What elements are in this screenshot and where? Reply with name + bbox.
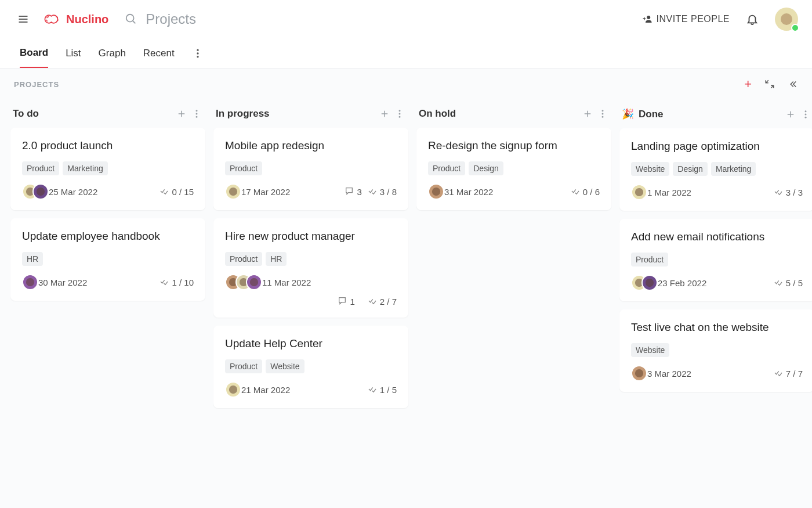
column-more-button[interactable]	[800, 109, 811, 120]
board-card[interactable]: Hire new product managerProductHR11 Mar …	[213, 218, 408, 318]
avatar	[631, 365, 647, 381]
card-date: 23 Feb 2022	[658, 278, 706, 288]
card-date: 30 Mar 2022	[38, 278, 87, 287]
checklist-icon	[774, 278, 783, 289]
svg-point-28	[805, 116, 807, 118]
board-card[interactable]: Update employee handbookHR30 Mar 20221 /…	[10, 218, 205, 301]
tag: Website	[631, 343, 669, 357]
board-card[interactable]: Test live chat on the websiteWebsite3 Ma…	[619, 309, 812, 392]
avatar	[246, 274, 262, 290]
comments-stat: 3	[345, 186, 361, 197]
card-tags: ProductMarketing	[22, 161, 194, 175]
checklist-icon	[160, 186, 169, 197]
tab-graph[interactable]: Graph	[99, 39, 126, 67]
card-date: 1 Mar 2022	[647, 188, 691, 197]
card-footer: 31 Mar 20220 / 6	[428, 183, 600, 200]
board-area: PROJECTS + To do2.0 product launchProduc…	[0, 69, 812, 508]
tab-board[interactable]: Board	[20, 39, 48, 68]
checklist-icon	[571, 186, 580, 197]
tasks-stat: 1 / 5	[368, 384, 397, 395]
column-header: In progress	[213, 108, 408, 128]
app-logo[interactable]: Nuclino	[43, 12, 108, 26]
card-footer: 21 Mar 20221 / 5	[225, 381, 397, 398]
column-title: To do	[13, 108, 39, 120]
column-emoji: 🎉	[622, 108, 634, 120]
checklist-icon	[368, 296, 377, 307]
column: 🎉DoneLanding page optimizationWebsiteDes…	[619, 108, 812, 416]
avatar	[641, 275, 658, 291]
tag: HR	[22, 252, 43, 266]
card-title: Landing page optimization	[631, 140, 803, 153]
board-columns: To do2.0 product launchProductMarketing2…	[8, 95, 804, 429]
card-title: Update employee handbook	[22, 230, 194, 243]
column-more-button[interactable]	[597, 109, 608, 119]
svg-point-5	[647, 16, 651, 19]
tag: Product	[225, 359, 262, 373]
board-card[interactable]: Add new email notificationsProduct23 Feb…	[619, 219, 812, 301]
svg-point-22	[602, 113, 604, 115]
board-header: PROJECTS +	[8, 69, 804, 95]
card-avatars	[631, 184, 641, 200]
tab-recent[interactable]: Recent	[143, 39, 175, 67]
menu-button[interactable]	[16, 12, 30, 26]
svg-point-17	[399, 113, 401, 115]
column-add-button[interactable]	[582, 109, 593, 119]
svg-point-3	[126, 15, 134, 22]
card-tags: ProductDesign	[428, 161, 600, 175]
brain-icon	[43, 12, 63, 26]
collapse-icon[interactable]	[764, 79, 775, 89]
svg-point-27	[805, 113, 807, 115]
column-more-button[interactable]	[191, 109, 202, 119]
card-tags: Product	[631, 253, 803, 266]
checklist-icon	[368, 384, 377, 395]
invite-label: INVITE PEOPLE	[656, 14, 730, 24]
hide-sidebar-icon[interactable]	[788, 79, 798, 89]
board-card[interactable]: 2.0 product launchProductMarketing25 Mar…	[10, 128, 205, 210]
user-avatar[interactable]	[775, 8, 798, 31]
board-card[interactable]: Mobile app redesignProduct17 Mar 202233 …	[213, 128, 408, 210]
board-card[interactable]: Update Help CenterProductWebsite21 Mar 2…	[213, 326, 408, 408]
invite-people-button[interactable]: INVITE PEOPLE	[642, 14, 730, 24]
tag: Design	[469, 161, 503, 175]
checklist-icon	[160, 277, 169, 288]
card-title: Test live chat on the website	[631, 321, 803, 334]
board-card[interactable]: Re-design the signup formProductDesign31…	[416, 128, 611, 210]
tag: Website	[266, 359, 304, 373]
tasks-stat: 3 / 8	[368, 186, 397, 197]
board-card[interactable]: Landing page optimizationWebsiteDesignMa…	[619, 128, 812, 211]
card-avatars	[225, 381, 235, 398]
add-button[interactable]: +	[744, 77, 752, 92]
card-avatars	[22, 183, 43, 200]
tag: Product	[22, 161, 59, 175]
hamburger-icon	[17, 13, 29, 25]
tab-list[interactable]: List	[66, 39, 81, 67]
search-area[interactable]: Projects	[125, 11, 642, 27]
tag: Design	[673, 162, 708, 176]
svg-point-21	[602, 110, 604, 111]
column-more-button[interactable]	[394, 109, 405, 119]
column-add-button[interactable]	[379, 109, 390, 119]
svg-line-4	[133, 21, 136, 24]
card-tags: Product	[225, 161, 397, 175]
svg-point-13	[196, 116, 198, 118]
checklist-icon	[774, 187, 783, 198]
column-add-button[interactable]	[176, 109, 187, 119]
tabs-more-button[interactable]	[192, 48, 204, 59]
column-add-button[interactable]	[785, 109, 796, 120]
view-tabs: BoardListGraphRecent	[0, 38, 812, 69]
comments-stat: 1	[338, 296, 354, 307]
notifications-icon[interactable]	[746, 13, 759, 26]
avatar	[225, 381, 241, 398]
breadcrumb[interactable]: PROJECTS	[14, 80, 59, 89]
card-footer: 17 Mar 202233 / 8	[225, 183, 397, 200]
card-title: 2.0 product launch	[22, 139, 194, 152]
tag: Marketing	[711, 162, 756, 176]
app-header: Nuclino Projects INVITE PEOPLE	[0, 0, 812, 38]
invite-icon	[642, 14, 652, 24]
card-avatars	[631, 365, 641, 381]
card-tags: ProductHR	[225, 252, 397, 266]
column-title: On hold	[419, 108, 456, 120]
svg-point-7	[197, 52, 198, 54]
svg-point-18	[399, 116, 401, 118]
card-tags: HR	[22, 252, 194, 266]
